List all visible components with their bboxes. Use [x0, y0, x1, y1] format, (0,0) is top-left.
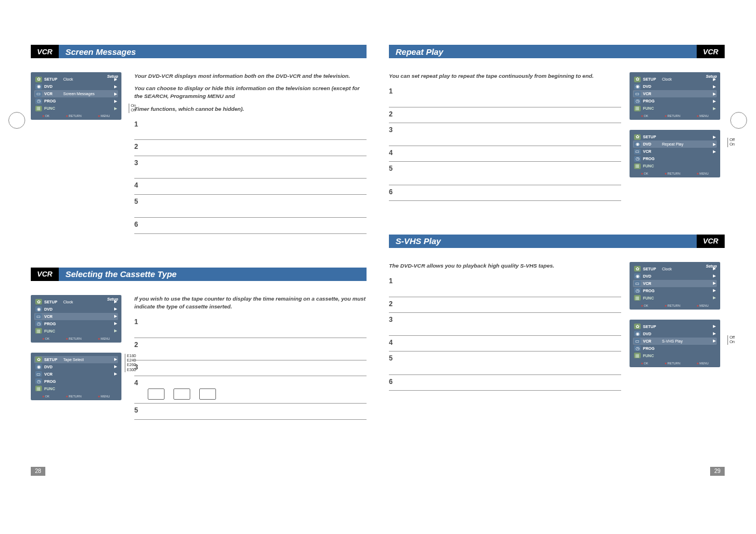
cassette-icon: ➔← — [173, 388, 190, 400]
option-e260: E260 — [125, 363, 136, 367]
step-2: 2Press the appropriate ▲, ▼ to select VC… — [389, 107, 621, 123]
osd-setup-menu: Setup ✿SETUPClock▶ ◉DVD▶ ▭VCR▶ ◷PROG▶ ▦F… — [630, 72, 720, 120]
page-number: 28 — [31, 467, 45, 476]
step-5: 5To play S-VHS tapes, press the ▶ to sel… — [389, 352, 621, 375]
step-1: 1With unit in Stop or No Disc, press SET… — [134, 315, 367, 338]
disc-icon: ◉ — [35, 84, 42, 90]
menu-title: Setup — [107, 74, 118, 78]
step-1: 1With unit in Stop or No Disc, press SET… — [389, 85, 621, 107]
section-repeat-play: Repeat Play VCR You can set repeat play … — [389, 45, 725, 201]
title-bar: VCR Screen Messages — [31, 45, 367, 58]
step-3: 3Press the ▶ to select this option.Resul… — [389, 123, 621, 146]
step-4: 4Press the appropriate ▲ or ▼ until the … — [134, 179, 367, 194]
cassette-icon: ↲ — [199, 388, 216, 400]
step-2: 2Press the appropriate ▲, ▼ to select VC… — [134, 140, 367, 156]
step-6: 6On completion, press the RETURN button. — [389, 375, 621, 391]
vcr-badge: VCR — [31, 45, 59, 58]
option-e300: E300 — [125, 368, 136, 372]
vcr-badge: VCR — [697, 235, 725, 248]
osd-tape-select-menu: ✿SETUPTape Select▶ ◉DVD▶ ▭VCR▶ ◷PROG ▦FU… — [31, 353, 121, 400]
page-number: 29 — [710, 467, 725, 476]
left-page: VCR Screen Messages Setup ✿SETUPClock▶ ◉… — [31, 45, 367, 453]
step-6: 6On completion, press the RETURN button. — [389, 185, 621, 201]
clock-icon: ◷ — [35, 99, 42, 104]
section-title: Selecting the Cassette Type — [59, 268, 367, 281]
step-4: 4Press the appropriate ▲ or ▼ until the … — [389, 146, 621, 162]
step-5: 5To hide information on the television s… — [134, 195, 367, 218]
option-off: Off — [727, 335, 735, 340]
option-e180: E180 — [125, 354, 136, 358]
intro-text: Your DVD-VCR displays most information b… — [134, 72, 367, 80]
step-3: 3Press the appropriate ▲ or ▼ until the … — [134, 360, 367, 376]
option-on: On — [129, 104, 136, 108]
section-svhs-play: S-VHS Play VCR The DVD-VCR allows you to… — [389, 235, 725, 391]
section-title: Screen Messages — [59, 45, 367, 58]
option-on: On — [727, 340, 735, 344]
section-screen-messages: VCR Screen Messages Setup ✿SETUPClock▶ ◉… — [31, 45, 367, 234]
vcr-badge: VCR — [697, 45, 725, 58]
option-e240: E240 — [125, 358, 136, 363]
step-5: 5On completion, press the RETURN button. — [134, 404, 367, 419]
osd-setup-menu: Setup ✿SETUPClock▶ ◉DVD▶ ▭VCR▶ ◷PROG▶ ▦F… — [630, 262, 720, 310]
section-title: S-VHS Play — [389, 235, 697, 248]
binder-hole-icon — [730, 112, 747, 129]
right-page: Repeat Play VCR You can set repeat play … — [389, 45, 725, 453]
osd-setup-menu: Setup ✿SETUPClock▶ ◉DVD▶ ▭VCR▶ ◷PROG▶ ▦F… — [31, 295, 121, 343]
step-5: 5To repeat play, press the ▶ to select O… — [389, 162, 621, 185]
option-on: On — [727, 142, 735, 147]
step-1: 1With unit in Stop or No Disc, press SET… — [134, 118, 367, 140]
step-2: 2Press ▲, ▼ to select VCR. — [389, 297, 621, 313]
section-cassette-type: VCR Selecting the Cassette Type Setup ✿S… — [31, 268, 367, 420]
section-title: Repeat Play — [389, 45, 697, 58]
vcr-badge: VCR — [31, 268, 59, 281]
grid-icon: ▦ — [35, 106, 42, 111]
option-off: Off — [727, 138, 735, 142]
step-1: 1With unit in Stop or No Disc, press SET… — [389, 274, 621, 297]
osd-setup-menu: Setup ✿SETUPClock▶ ◉DVD▶ ▭VCRScreen Mess… — [31, 72, 121, 120]
step-4: 4Press the appropriate ▲ or ▼ until the … — [389, 336, 621, 352]
step-2: 2Press the ▶ to select this option.Resul… — [134, 338, 367, 361]
step-4: 4Press the ▶ until the correct cassette … — [134, 376, 367, 404]
osd-repeat-menu: ✿SETUP▶ ◉DVDRepeat Play▶ ▭VCR▶ ◷PROG ▦FU… — [630, 130, 720, 177]
tape-icon: ▭ — [35, 91, 42, 97]
cassette-icons: ➔ ➔← ↲ — [148, 388, 367, 400]
step-3: 3Press the ▶ to select this option.Resul… — [134, 156, 367, 179]
gear-icon: ✿ — [35, 77, 42, 82]
option-off: Off — [129, 108, 136, 113]
step-3: 3Press the ▶ to select this option.Resul… — [389, 313, 621, 336]
cassette-icon: ➔ — [148, 388, 165, 400]
osd-svhs-menu: ✿SETUP▶ ◉DVD▶ ▭VCRS-VHS Play▶ ◷PROG ▦FUN… — [630, 320, 720, 367]
step-6: 6On completion, press the RETURN button. — [134, 218, 367, 233]
binder-hole-icon — [8, 112, 25, 129]
